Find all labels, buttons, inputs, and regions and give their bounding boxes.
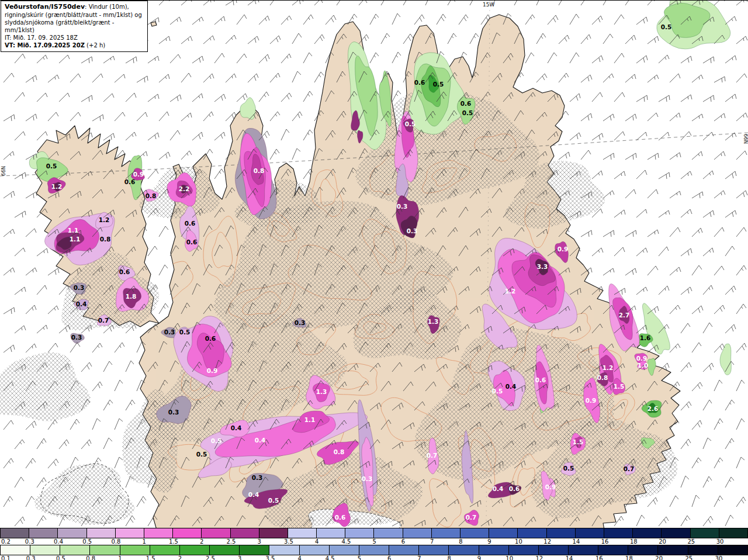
svg-text:0.9: 0.9 (207, 367, 218, 374)
snow-scale-cell (508, 545, 538, 555)
rain-scale-tick-label: 1.5 (169, 538, 178, 545)
snow-scale-cell (299, 545, 329, 555)
rain-scale-tick-label: 25 (687, 538, 695, 545)
rain-scale-cell (259, 528, 288, 538)
latitude-label-left: 66N (1, 166, 6, 176)
rain-scale-tick-label: 14 (573, 538, 580, 545)
snow-scale-tick-label: 3 (238, 555, 241, 560)
rain-scale-tick-label: 0.2 (1, 538, 11, 545)
rain-scale-cell (719, 528, 747, 538)
snow-scale-tick-label: 0.8 (86, 555, 95, 560)
snow-scale-tick-label: 12 (536, 555, 543, 560)
rain-scale-cell (575, 528, 604, 538)
snow-scale-tick-label: 4 (297, 555, 301, 560)
rain-scale-tick-label: 0.5 (82, 538, 92, 545)
snow-scale-cell (628, 545, 657, 555)
snow-scale-tick-label: 25 (685, 555, 693, 560)
svg-text:0.5: 0.5 (405, 120, 416, 127)
snow-scale-tick-label: 14 (566, 555, 573, 560)
svg-text:0.9: 0.9 (545, 483, 556, 490)
snow-scale-tick-label: 9 (477, 555, 481, 560)
meridian-label: 15W (483, 2, 494, 8)
snow-scale-tick-label: 5 (358, 555, 361, 560)
rain-scale-tick-label: 4.5 (341, 538, 351, 545)
svg-text:1.6: 1.6 (640, 334, 651, 341)
snow-scale-tick-label: 20 (655, 555, 663, 560)
svg-text:0.5: 0.5 (196, 451, 207, 458)
rain-scale-cell (604, 528, 632, 538)
title-line-4: IT: Mið. 17. 09. 2025 18Z (5, 34, 144, 42)
svg-text:1.1: 1.1 (304, 416, 316, 423)
svg-text:0.4: 0.4 (493, 485, 504, 492)
svg-text:0.8: 0.8 (254, 167, 265, 174)
snow-scale-tick-label: 1.5 (146, 555, 155, 560)
svg-text:0.4: 0.4 (231, 424, 242, 431)
svg-text:1.1: 1.1 (70, 236, 81, 243)
title-line-2: rigning/skúrir (grænt/blátt/rautt - mm/1… (5, 11, 144, 19)
rain-scale-cell (57, 528, 86, 538)
title-line-1: Veðurstofan/IS750dev: Vindur (10m), (5, 3, 144, 11)
snow-scale-tick-label: 18 (625, 555, 633, 560)
rain-scale-tick-label: 2.5 (226, 538, 236, 545)
svg-text:0.6: 0.6 (460, 100, 472, 107)
svg-text:1.2: 1.2 (99, 216, 110, 223)
svg-text:0.6: 0.6 (414, 79, 425, 86)
snow-scale-cell (718, 545, 747, 555)
title-line-3: slydda/snjókoma (grátt/bleikt/grænt - mm… (5, 19, 144, 34)
svg-text:0.9: 0.9 (636, 355, 647, 362)
rain-scale-cell (632, 528, 661, 538)
rain-scale-cell (201, 528, 230, 538)
rain-scale-cell (230, 528, 259, 538)
rain-scale-tick-label: 20 (659, 538, 666, 545)
svg-text:0.3: 0.3 (168, 409, 179, 416)
rain-scale-tick-label: 3.5 (284, 538, 293, 545)
svg-text:0.7: 0.7 (427, 452, 438, 459)
snow-scale-cell (359, 545, 389, 555)
svg-text:0.6: 0.6 (509, 485, 520, 492)
svg-text:2.2: 2.2 (179, 185, 190, 192)
svg-text:0.5: 0.5 (661, 23, 672, 30)
svg-text:3.3: 3.3 (537, 263, 548, 270)
svg-text:0.8: 0.8 (146, 192, 157, 199)
svg-text:0.3: 0.3 (397, 203, 408, 210)
svg-text:0.5: 0.5 (179, 329, 191, 336)
snow-scale-tick-label: 3.5 (265, 555, 275, 560)
snow-scale-tick-label: 0.3 (26, 555, 36, 560)
snow-scale-cell (598, 545, 628, 555)
snow-scale-tick-label: 7 (417, 555, 421, 560)
svg-text:0.5: 0.5 (492, 388, 503, 395)
rain-scale-tick-label: 30 (716, 538, 724, 545)
rain-scale-cell (172, 528, 201, 538)
svg-text:0.5: 0.5 (433, 81, 444, 88)
svg-text:0.6: 0.6 (124, 178, 136, 185)
svg-text:1.2: 1.2 (51, 183, 63, 190)
svg-text:0.3: 0.3 (164, 329, 175, 336)
rain-scale-tick-label: 3 (258, 538, 261, 545)
svg-text:0.3: 0.3 (407, 227, 418, 234)
svg-text:1.2: 1.2 (602, 364, 614, 371)
precipitation-legend: 0.20.30.40.50.811.522.533.544.5567891012… (0, 528, 748, 560)
svg-text:1.3: 1.3 (428, 318, 439, 325)
snow-scale-tick-label: 8 (447, 555, 451, 560)
svg-text:0.4: 0.4 (255, 437, 266, 444)
svg-text:0.8: 0.8 (334, 448, 345, 455)
svg-text:0.5: 0.5 (211, 437, 222, 444)
svg-text:1.5: 1.5 (573, 438, 584, 445)
svg-text:0.3: 0.3 (71, 334, 82, 341)
snow-scale-tick-label: 0.5 (56, 555, 65, 560)
rain-scale-cell (0, 528, 29, 538)
snow-scale-cell (0, 545, 30, 555)
svg-text:1.0: 1.0 (638, 362, 649, 369)
svg-text:1.3: 1.3 (316, 388, 327, 395)
svg-text:0.5: 0.5 (46, 163, 57, 170)
rain-scale-tick-label: 0.4 (54, 538, 63, 545)
svg-text:0.5: 0.5 (462, 109, 473, 116)
snow-scale-cell (688, 545, 718, 555)
rain-scale-tick-label: 5 (372, 538, 376, 545)
svg-text:0.3: 0.3 (74, 284, 85, 291)
rain-scale-cell (29, 528, 57, 538)
rain-scale-tick-label: 6 (401, 538, 405, 545)
rain-scale-cell (460, 528, 489, 538)
snow-scale-cell (657, 545, 687, 555)
snow-scale-cell (269, 545, 299, 555)
